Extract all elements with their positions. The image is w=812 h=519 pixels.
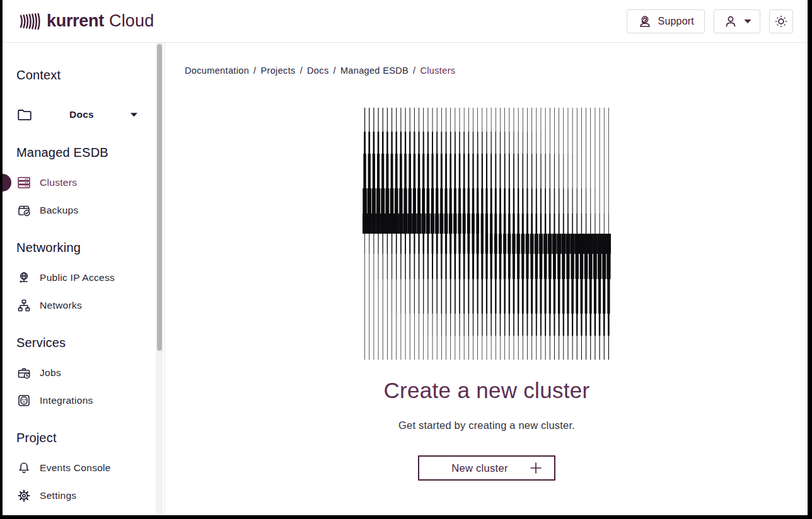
caret-down-icon — [130, 113, 137, 117]
user-icon — [723, 14, 738, 29]
sidebar: Context Docs Managed ESDB — [3, 43, 165, 515]
events-console-bell-icon — [16, 460, 32, 476]
breadcrumb-separator: / — [253, 66, 256, 76]
theme-toggle-button[interactable] — [769, 9, 793, 33]
sidebar-item-integrations[interactable]: Integrations — [16, 387, 148, 414]
logo-suffix-text: Cloud — [109, 11, 154, 31]
sidebar-item-label: Clusters — [40, 177, 77, 188]
sidebar-heading-services: Services — [16, 334, 148, 351]
kurrent-cloud-logo[interactable]: kurrent Cloud — [19, 11, 154, 31]
sidebar-item-networks[interactable]: Networks — [16, 292, 148, 319]
support-label: Support — [658, 16, 694, 27]
sidebar-nav-networking: Public IP Access Networks — [16, 264, 148, 319]
sidebar-heading-context: Context — [16, 67, 148, 84]
breadcrumb-current: Clusters — [420, 66, 455, 76]
header-actions: Support — [627, 9, 793, 33]
sidebar-item-label: Backups — [40, 205, 79, 216]
integrations-icon — [16, 393, 32, 408]
plus-icon — [529, 461, 543, 475]
sidebar-heading-project: Project — [16, 430, 148, 447]
breadcrumb-item[interactable]: Docs — [307, 66, 328, 76]
backups-icon — [16, 203, 32, 218]
jobs-icon — [16, 365, 32, 380]
sidebar-item-events-console[interactable]: Events Console — [16, 454, 148, 482]
sidebar-nav-services: Jobs Integrations — [16, 359, 148, 414]
sidebar-scrollbar-thumb[interactable] — [157, 44, 162, 351]
caret-down-icon — [745, 20, 751, 23]
cluster-illustration — [362, 108, 611, 360]
sidebar-nav-project: Events Console Settings — [16, 454, 148, 510]
sidebar-item-clusters[interactable]: Clusters — [16, 169, 148, 197]
sidebar-item-settings[interactable]: Settings — [16, 482, 148, 510]
sidebar-item-jobs[interactable]: Jobs — [16, 359, 148, 387]
sidebar-item-label: Public IP Access — [40, 272, 115, 283]
support-headset-icon — [637, 14, 652, 29]
breadcrumb-item[interactable]: Documentation — [185, 66, 249, 76]
sidebar-item-label: Settings — [40, 490, 76, 501]
sidebar-nav-managed-esdb: Clusters Backups — [16, 169, 148, 224]
new-cluster-button[interactable]: New cluster — [418, 455, 555, 481]
page-title: Create a new cluster — [384, 376, 590, 405]
breadcrumb-separator: / — [300, 66, 303, 76]
sidebar-item-public-ip-access[interactable]: Public IP Access — [16, 264, 148, 292]
clusters-icon — [16, 175, 32, 190]
breadcrumb: Documentation/Projects/Docs/Managed ESDB… — [185, 65, 789, 76]
networks-icon — [16, 298, 32, 313]
main-content: Documentation/Projects/Docs/Managed ESDB… — [165, 43, 808, 515]
sidebar-item-label: Networks — [40, 300, 82, 311]
breadcrumb-separator: / — [333, 66, 335, 76]
public-ip-icon — [16, 270, 32, 285]
page-subtitle: Get started by creating a new cluster. — [398, 419, 575, 431]
kurrent-wave-logo-icon — [19, 11, 42, 31]
project-selector-value: Docs — [33, 109, 130, 120]
new-cluster-button-label: New cluster — [431, 462, 529, 474]
top-header: kurrent Cloud Support — [3, 0, 808, 43]
breadcrumb-separator: / — [413, 66, 415, 76]
sidebar-heading-networking: Networking — [16, 239, 148, 256]
settings-gear-icon — [16, 488, 32, 503]
sidebar-item-label: Jobs — [40, 367, 61, 379]
project-selector-dropdown[interactable]: Docs — [16, 100, 137, 129]
sidebar-scrollbar-track[interactable] — [156, 43, 163, 515]
folder-icon — [16, 106, 33, 123]
logo-brand-text: kurrent — [47, 11, 104, 31]
sidebar-item-label: Events Console — [40, 462, 111, 474]
support-button[interactable]: Support — [627, 9, 705, 33]
sun-theme-icon — [774, 14, 789, 29]
sidebar-item-label: Integrations — [40, 395, 93, 406]
breadcrumb-item[interactable]: Managed ESDB — [340, 66, 409, 76]
user-menu-button[interactable] — [714, 9, 760, 33]
app-window: kurrent Cloud Support — [3, 0, 808, 515]
sidebar-heading-managed-esdb: Managed ESDB — [16, 144, 148, 161]
breadcrumb-item[interactable]: Projects — [260, 66, 295, 76]
sidebar-item-backups[interactable]: Backups — [16, 197, 148, 224]
